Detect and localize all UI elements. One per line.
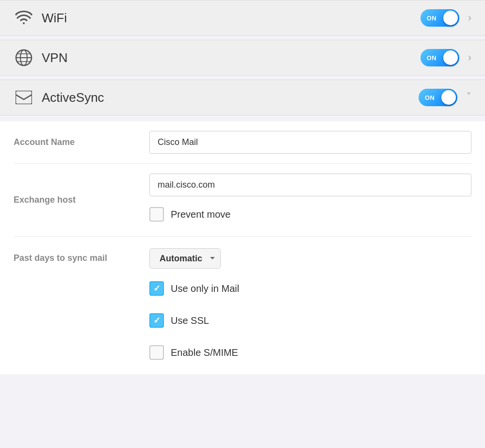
wifi-toggle-knob: [443, 11, 458, 25]
wifi-chevron[interactable]: ›: [468, 12, 471, 24]
wifi-controls: ON ›: [420, 9, 471, 27]
activesync-toggle[interactable]: ON: [419, 89, 457, 106]
prevent-move-row: Prevent move: [149, 202, 471, 226]
past-days-row: Past days to sync mail Automatic 1 day 3…: [14, 237, 471, 374]
account-name-label: Account Name: [14, 137, 149, 147]
vpn-chevron[interactable]: ›: [468, 51, 471, 64]
vpn-row: VPN ON ›: [0, 40, 485, 76]
activesync-row: ActiveSync ON ˅: [0, 80, 485, 115]
use-ssl-checkbox[interactable]: ✓: [149, 313, 164, 328]
use-only-mail-checkmark: ✓: [153, 284, 161, 293]
enable-smime-item: Enable S/MIME: [149, 340, 239, 365]
account-name-input[interactable]: [149, 131, 471, 154]
activesync-toggle-label: ON: [425, 94, 435, 101]
enable-smime-label: Enable S/MIME: [171, 347, 238, 358]
vpn-controls: ON ›: [420, 49, 471, 66]
past-days-select[interactable]: Automatic 1 day 3 days 1 week 2 weeks 1 …: [149, 248, 221, 269]
use-only-mail-item: ✓ Use only in Mail: [149, 276, 239, 301]
wifi-toggle[interactable]: ON: [420, 9, 459, 27]
activesync-icon: [14, 91, 34, 104]
activesync-chevron[interactable]: ˅: [466, 91, 471, 104]
wifi-row: WiFi ON ›: [0, 0, 485, 36]
svg-rect-5: [16, 91, 32, 104]
use-ssl-item: ✓ Use SSL: [149, 308, 239, 333]
activesync-toggle-knob: [441, 90, 456, 105]
activesync-label: ActiveSync: [42, 90, 419, 105]
vpn-icon: [14, 49, 34, 66]
vpn-toggle-knob: [443, 50, 458, 65]
past-days-label: Past days to sync mail: [14, 248, 149, 263]
exchange-host-label: Exchange host: [14, 195, 149, 205]
form-section: Account Name Exchange host Prevent move …: [0, 121, 485, 374]
use-only-mail-checkbox[interactable]: ✓: [149, 281, 164, 296]
vpn-label: VPN: [42, 50, 420, 65]
use-only-mail-label: Use only in Mail: [171, 283, 239, 294]
prevent-move-label: Prevent move: [171, 209, 230, 220]
exchange-host-input[interactable]: [149, 174, 471, 196]
wifi-label: WiFi: [42, 11, 420, 26]
account-name-row: Account Name: [14, 121, 471, 164]
wifi-icon: [14, 11, 34, 25]
wifi-toggle-label: ON: [427, 15, 437, 22]
use-ssl-label: Use SSL: [171, 315, 209, 326]
enable-smime-checkbox[interactable]: [149, 345, 164, 360]
prevent-move-checkbox[interactable]: [149, 207, 164, 222]
vpn-toggle-label: ON: [427, 54, 437, 62]
vpn-toggle[interactable]: ON: [420, 49, 459, 66]
exchange-host-row: Exchange host Prevent move: [14, 164, 471, 237]
use-ssl-checkmark: ✓: [153, 316, 161, 325]
activesync-controls: ON ˅: [419, 89, 471, 106]
